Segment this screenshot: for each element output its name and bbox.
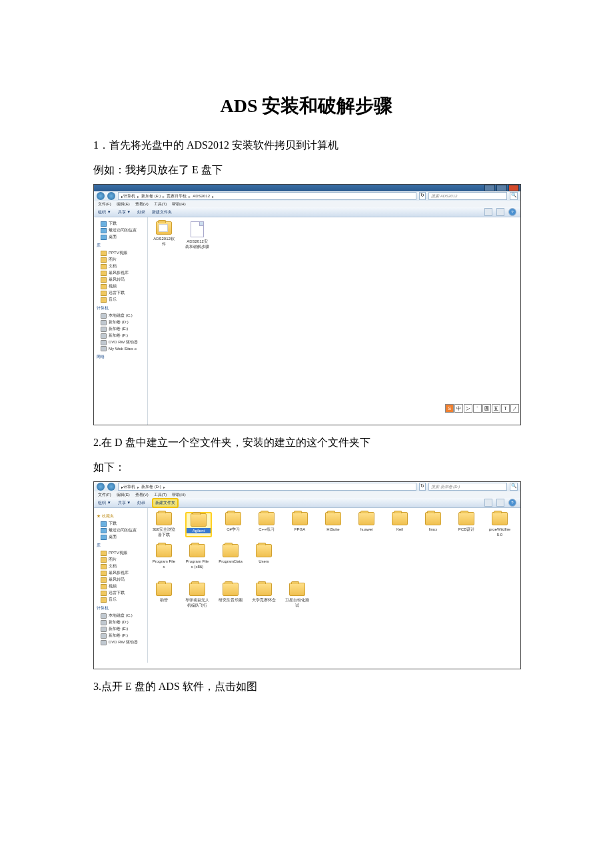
folder-item[interactable]: proeWildfire 5.0 [488, 512, 512, 537]
view-mode-icon[interactable] [484, 499, 492, 507]
folder-item[interactable]: 导弹项目无人机编队飞行 [185, 583, 209, 608]
preview-pane-icon[interactable] [496, 208, 504, 216]
sidebar-item[interactable]: DVD RW 驱动器 [101, 639, 145, 645]
toolbar-organize[interactable]: 组织 ▼ [98, 209, 111, 215]
sidebar-item[interactable]: 新加卷 (D:) [101, 619, 145, 625]
toolbar-newfolder[interactable]: 新建文件夹 [152, 498, 179, 508]
folder-item[interactable]: Program Files (x86) [185, 544, 209, 569]
sidebar-item[interactable]: 音乐 [101, 297, 145, 303]
sidebar-section-network[interactable]: 网络 [97, 354, 145, 360]
search-input[interactable]: 搜索 ADS2012 [428, 192, 507, 200]
breadcrumb[interactable]: ▸ 计算机▸ 新加卷 (E:)▸ 竞赛月学校▸ ADS2012▸ [118, 192, 416, 200]
sidebar-item[interactable]: 新加卷 (D:) [101, 319, 145, 325]
sidebar-item[interactable]: DVD RW 驱动器 [101, 339, 145, 345]
sidebar-item[interactable]: 最近访问的位置 [101, 527, 145, 533]
sidebar-item[interactable]: 文档 [101, 563, 145, 569]
sidebar-item[interactable]: 下载 [101, 521, 145, 527]
sidebar-section-favorites[interactable]: ★ 收藏夹 [97, 513, 145, 519]
sidebar-item[interactable]: 暴风转码 [101, 277, 145, 283]
menu-edit[interactable]: 编辑(E) [117, 201, 130, 207]
folder-item[interactable]: Program Files [152, 544, 176, 569]
sidebar-item[interactable]: 暴风影视库 [101, 570, 145, 576]
search-icon[interactable]: 🔍 [510, 192, 518, 200]
menu-tools[interactable]: 工具(T) [154, 492, 167, 498]
sidebar: ★ 收藏夹 下载 最近访问的位置 桌面 库 PPTV视频 图片 文档 暴风影视库… [94, 508, 148, 663]
sidebar-section-computer[interactable]: 计算机 [97, 305, 145, 311]
sidebar-item[interactable]: 新加卷 (F:) [101, 633, 145, 639]
menu-view[interactable]: 查看(V) [135, 492, 149, 498]
sidebar-item[interactable]: PPTV视频 [101, 250, 145, 256]
preview-pane-icon[interactable] [496, 499, 504, 507]
maximize-button[interactable] [496, 185, 507, 191]
folder-item[interactable]: huawei [354, 512, 378, 537]
folder-item[interactable]: ProgramData [219, 544, 243, 569]
minimize-button[interactable] [484, 185, 495, 191]
sidebar-item[interactable]: 暴风转码 [101, 577, 145, 583]
toolbar-organize[interactable]: 组织 ▼ [98, 500, 111, 506]
folder-item[interactable]: 360安全浏览器下载 [152, 512, 176, 537]
folder-item[interactable]: 卫星自动化测试 [285, 583, 309, 608]
folder-item[interactable]: Keil [388, 512, 412, 537]
folder-item[interactable]: C++练习 [255, 512, 279, 537]
folder-item[interactable]: 大学竞赛怀念 [252, 583, 276, 608]
folder-item[interactable]: HiSuite [321, 512, 345, 537]
menu-help[interactable]: 帮助(H) [172, 201, 185, 207]
menu-help[interactable]: 帮助(H) [172, 492, 185, 498]
toolbar-newfolder[interactable]: 新建文件夹 [152, 209, 172, 215]
sidebar-item[interactable]: 迅雷下载 [101, 290, 145, 296]
menu-edit[interactable]: 编辑(E) [117, 492, 130, 498]
menu-view[interactable]: 查看(V) [135, 201, 149, 207]
sidebar-item[interactable]: 新加卷 (E:) [101, 326, 145, 332]
breadcrumb[interactable]: ▸ 计算机▸ 新加卷 (D:)▸ [118, 483, 416, 491]
sidebar-item[interactable]: 本地磁盘 (C:) [101, 313, 145, 319]
folder-item[interactable]: 助管 [152, 583, 176, 608]
folder-item[interactable]: linux [421, 512, 445, 537]
folder-item[interactable]: PCB设计 [454, 512, 478, 537]
help-icon[interactable]: ? [508, 499, 516, 507]
document-item[interactable]: ADS2012安装和破解步骤 [185, 221, 209, 249]
menu-file[interactable]: 文件(F) [98, 201, 111, 207]
forward-button[interactable] [107, 192, 115, 200]
sidebar-item[interactable]: 桌面 [101, 534, 145, 540]
toolbar-burn[interactable]: 刻录 [137, 500, 145, 506]
folder-item[interactable]: FPGA [288, 512, 312, 537]
view-mode-icon[interactable] [484, 208, 492, 216]
back-button[interactable] [97, 483, 105, 491]
folder-item[interactable]: Users [252, 544, 276, 569]
menu-file[interactable]: 文件(F) [98, 492, 111, 498]
close-button[interactable] [508, 185, 519, 191]
ime-toolbar[interactable]: S 中 ン ˇ 圆 五 T ノ [445, 404, 519, 413]
sidebar-item[interactable]: 新加卷 (E:) [101, 626, 145, 632]
back-button[interactable] [97, 192, 105, 200]
search-input[interactable]: 搜索 新加卷 (D:) [428, 483, 507, 491]
folder-icon [289, 583, 305, 596]
help-icon[interactable]: ? [508, 208, 516, 216]
folder-label: C#学习 [221, 527, 245, 532]
toolbar-share[interactable]: 共享 ▼ [118, 500, 131, 506]
folder-item[interactable]: 研究生音乐圈 [219, 583, 243, 608]
sidebar-item[interactable]: 本地磁盘 (C:) [101, 613, 145, 619]
sidebar-item[interactable]: 暴风影视库 [101, 270, 145, 276]
folder-item[interactable]: ADS2012软件 [152, 221, 176, 249]
sidebar-section-libraries[interactable]: 库 [97, 543, 145, 549]
sidebar-item[interactable]: My Web Sites o [101, 346, 145, 351]
search-icon[interactable]: 🔍 [510, 483, 518, 491]
sidebar-item[interactable]: 图片 [101, 557, 145, 563]
sidebar-item[interactable]: 视频 [101, 283, 145, 289]
sidebar-item[interactable]: 新加卷 (F:) [101, 333, 145, 339]
sidebar-item[interactable]: 音乐 [101, 597, 145, 603]
toolbar-burn[interactable]: 刻录 [137, 209, 145, 215]
sidebar-item[interactable]: 文档 [101, 263, 145, 269]
folder-item[interactable]: Agilent [185, 512, 212, 537]
folder-icon [223, 583, 239, 596]
folder-item[interactable]: C#学习 [221, 512, 245, 537]
menu-tools[interactable]: 工具(T) [154, 201, 167, 207]
sidebar-section-libraries[interactable]: 库 [97, 243, 145, 249]
sidebar-item[interactable]: 迅雷下载 [101, 590, 145, 596]
sidebar-item[interactable]: 图片 [101, 257, 145, 263]
forward-button[interactable] [107, 483, 115, 491]
sidebar-section-computer[interactable]: 计算机 [97, 605, 145, 611]
sidebar-item[interactable]: PPTV视频 [101, 550, 145, 556]
sidebar-item[interactable]: 视频 [101, 583, 145, 589]
toolbar-share[interactable]: 共享 ▼ [118, 209, 131, 215]
